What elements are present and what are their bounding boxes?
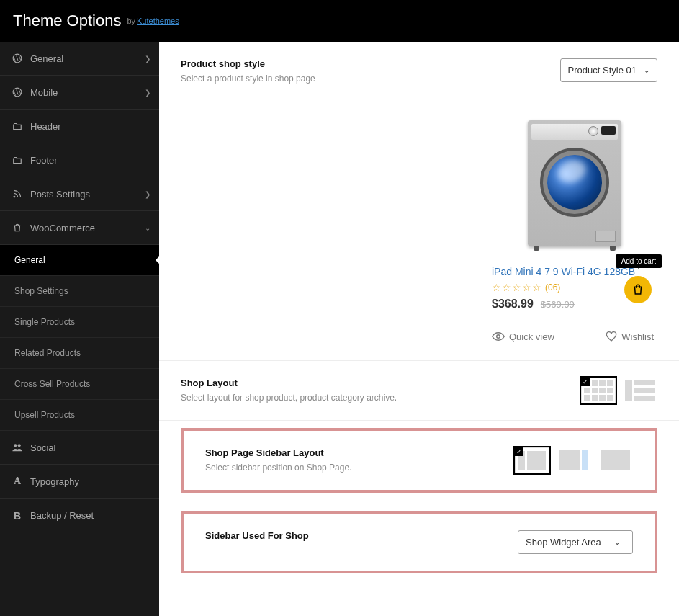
page-title: Theme Options xyxy=(13,12,121,30)
sidebar-sub-related-products[interactable]: Related Products xyxy=(0,338,159,369)
sidebar-item-label: Footer xyxy=(30,155,58,166)
section-title: Shop Layout xyxy=(181,378,581,388)
add-to-cart-button[interactable] xyxy=(624,276,652,303)
sidebar-sub-cross-sell[interactable]: Cross Sell Products xyxy=(0,369,159,400)
section-desc: Select sidebar position on Shop Page. xyxy=(205,463,515,473)
section-product-shop-style: Product shop style Select a product styl… xyxy=(159,42,679,361)
sidebar-option-left[interactable] xyxy=(515,447,549,473)
wishlist-label: Wishlist xyxy=(621,331,654,342)
wordpress-icon xyxy=(12,87,23,97)
sidebar-item-header[interactable]: Header xyxy=(0,110,159,143)
select-value: Product Style 01 xyxy=(568,65,637,76)
sidebar-item-label: Backup / Reset xyxy=(30,510,94,521)
heart-icon xyxy=(606,331,617,342)
section-sidebar-used: Sidebar Used For Shop Shop Widget Area ⌄ xyxy=(184,514,655,571)
bold-icon: B xyxy=(12,510,23,522)
sidebar-item-label: General xyxy=(14,255,45,265)
chevron-right-icon: ❯ xyxy=(145,89,150,97)
brand-link[interactable]: Kutethemes xyxy=(137,17,179,25)
main-content: Product shop style Select a product styl… xyxy=(159,42,679,616)
chevron-right-icon: ❯ xyxy=(145,190,150,198)
layout-option-list[interactable] xyxy=(623,378,657,403)
section-title: Sidebar Used For Shop xyxy=(205,530,518,541)
eye-icon xyxy=(492,331,505,342)
sidebar-item-label: Mobile xyxy=(30,87,58,98)
chevron-down-icon: ⌄ xyxy=(614,538,620,546)
sidebar-item-label: Related Products xyxy=(14,348,81,358)
add-to-cart-tooltip: Add to cart xyxy=(616,254,662,268)
sidebar-item-typography[interactable]: A Typography xyxy=(0,465,159,499)
product-old-price: $569.99 xyxy=(541,299,575,310)
layout-option-grid[interactable] xyxy=(581,378,616,403)
svg-point-2 xyxy=(14,196,15,197)
quick-view-button[interactable]: Quick view xyxy=(492,331,554,342)
review-count: (06) xyxy=(545,282,560,293)
users-icon xyxy=(12,442,23,452)
product-style-select[interactable]: Product Style 01 ⌄ xyxy=(560,58,657,82)
sidebar-item-label: Typography xyxy=(30,476,79,487)
sidebar-option-right[interactable] xyxy=(557,447,591,473)
star-icon: ☆ xyxy=(512,282,521,293)
chevron-right-icon: ❯ xyxy=(145,55,150,63)
sidebar-item-mobile[interactable]: Mobile ❯ xyxy=(0,76,159,110)
sidebar-item-label: Cross Sell Products xyxy=(14,379,90,389)
section-desc: Select a product style in shop page xyxy=(181,73,492,84)
sidebar-item-label: Header xyxy=(30,121,61,132)
svg-point-5 xyxy=(497,335,500,339)
star-icon: ☆ xyxy=(522,282,531,293)
highlight-sidebar-used: Sidebar Used For Shop Shop Widget Area ⌄ xyxy=(181,511,657,573)
star-icon: ☆ xyxy=(492,282,501,293)
folder-icon xyxy=(12,122,23,130)
sidebar-sub-shop-settings[interactable]: Shop Settings xyxy=(0,276,159,307)
chevron-down-icon: ⌄ xyxy=(145,224,150,232)
chevron-down-icon: ⌄ xyxy=(644,66,649,74)
sidebar-item-general[interactable]: General ❯ xyxy=(0,42,159,76)
svg-point-3 xyxy=(14,444,17,447)
folder-icon xyxy=(12,156,23,164)
sidebar-item-posts[interactable]: Posts Settings ❯ xyxy=(0,177,159,211)
app-header: Theme Options by Kutethemes xyxy=(0,0,679,42)
star-icon: ☆ xyxy=(532,282,541,293)
wordpress-icon xyxy=(12,53,23,63)
star-icon: ☆ xyxy=(502,282,511,293)
section-desc: Select layout for shop product, product … xyxy=(181,393,581,403)
sidebar-item-label: Single Products xyxy=(14,317,75,327)
sidebar: General ❯ Mobile ❯ Header Footer Posts S… xyxy=(0,42,159,616)
sidebar-item-label: Social xyxy=(30,442,55,453)
product-price: $368.99 xyxy=(492,298,534,311)
sidebar-item-woocommerce[interactable]: WooCommerce ⌄ xyxy=(0,211,159,245)
bag-icon xyxy=(631,283,644,296)
rss-icon xyxy=(12,189,23,199)
sidebar-item-label: Shop Settings xyxy=(14,286,68,296)
product-image xyxy=(517,111,632,255)
sidebar-item-label: Posts Settings xyxy=(30,189,90,200)
quick-view-label: Quick view xyxy=(509,331,554,342)
bag-icon xyxy=(12,223,23,233)
section-shop-layout: Shop Layout Select layout for shop produ… xyxy=(159,361,679,421)
section-title: Product shop style xyxy=(181,58,492,69)
sidebar-sub-single-products[interactable]: Single Products xyxy=(0,307,159,338)
product-preview-card: iPad Mini 4 7 9 Wi-Fi 4G 128GB ☆☆☆☆☆ (06… xyxy=(492,111,657,344)
highlight-sidebar-layout: Shop Page Sidebar Layout Select sidebar … xyxy=(181,428,657,493)
sidebar-item-footer[interactable]: Footer xyxy=(0,143,159,177)
sidebar-sub-general[interactable]: General xyxy=(0,245,159,276)
sidebar-item-social[interactable]: Social xyxy=(0,431,159,465)
font-icon: A xyxy=(12,476,23,487)
sidebar-item-label: Upsell Products xyxy=(14,410,75,420)
by-label: by xyxy=(127,17,135,25)
sidebar-item-label: WooCommerce xyxy=(30,223,95,233)
sidebar-option-none[interactable] xyxy=(598,447,633,473)
sidebar-item-label: General xyxy=(30,53,63,64)
sidebar-item-backup[interactable]: B Backup / Reset xyxy=(0,499,159,532)
select-value: Shop Widget Area xyxy=(526,537,601,548)
sidebar-used-select[interactable]: Shop Widget Area ⌄ xyxy=(518,530,633,554)
sidebar-layout-picker xyxy=(515,447,633,473)
shop-layout-picker xyxy=(581,378,657,403)
section-title: Shop Page Sidebar Layout xyxy=(205,447,515,458)
section-sidebar-layout: Shop Page Sidebar Layout Select sidebar … xyxy=(184,431,655,490)
sidebar-sub-upsell[interactable]: Upsell Products xyxy=(0,400,159,431)
wishlist-button[interactable]: Wishlist xyxy=(606,331,654,342)
svg-point-4 xyxy=(18,444,21,447)
